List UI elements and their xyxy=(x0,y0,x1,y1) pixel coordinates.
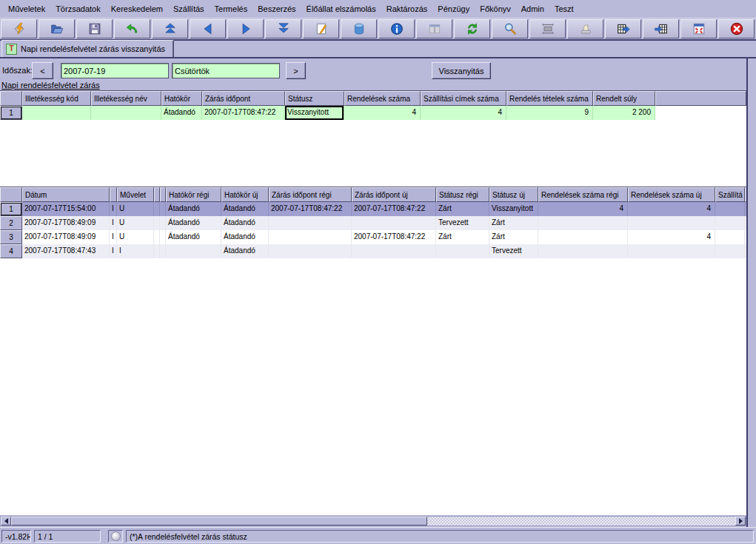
cell[interactable] xyxy=(538,216,628,230)
cell[interactable] xyxy=(715,202,745,216)
toolbar-resize-button[interactable] xyxy=(680,19,717,38)
next-day-button[interactable]: > xyxy=(286,62,306,79)
cell[interactable]: 9 xyxy=(506,106,593,120)
cell[interactable]: 2007-07-17T08:47:22 xyxy=(352,202,436,216)
column-header-zaras-idopont[interactable]: Zárás időpont xyxy=(202,91,285,106)
cell[interactable]: Zárt xyxy=(489,230,538,244)
column-header-rendelt-suly[interactable]: Rendelt súly xyxy=(593,91,655,106)
toolbar-print-preview-button[interactable] xyxy=(529,19,566,38)
cell[interactable]: U xyxy=(117,216,154,230)
column-header-rendelesek-szama-regi[interactable]: Rendelések száma régi xyxy=(538,187,628,202)
row-number[interactable]: 1 xyxy=(0,202,22,216)
cell[interactable]: Tervezett xyxy=(489,244,538,258)
column-header-blank[interactable] xyxy=(154,187,160,202)
toolbar-save-button[interactable] xyxy=(76,19,113,38)
toolbar-previous-record-button[interactable] xyxy=(190,19,226,38)
cell[interactable]: Átadandó xyxy=(221,244,269,258)
table-row[interactable]: 1Átadandó2007-07-17T08:47:22Visszanyitot… xyxy=(0,106,746,120)
cell[interactable] xyxy=(22,106,91,120)
menu-item-eloallat-elszamolas[interactable]: Élőállat elszámolás xyxy=(301,2,381,16)
cell[interactable] xyxy=(154,244,160,258)
cell[interactable]: Visszanyitott xyxy=(489,202,538,216)
table-row[interactable]: 22007-07-17T08:49:09IUÁtadandóÁtadandóTe… xyxy=(0,216,746,230)
column-header-statusz-uj[interactable]: Státusz új xyxy=(489,187,538,202)
menu-item-raktarozas[interactable]: Raktározás xyxy=(381,2,433,16)
cell[interactable]: 2007-07-17T08:47:22 xyxy=(269,202,352,216)
menu-item-termeles[interactable]: Termelés xyxy=(210,2,253,16)
cell[interactable]: U xyxy=(117,230,154,244)
cell[interactable]: Zárt xyxy=(436,230,489,244)
toolbar-exit-button[interactable] xyxy=(718,19,755,38)
scrollbar-thumb[interactable] xyxy=(11,517,427,525)
toolbar-import-button[interactable] xyxy=(643,19,679,38)
cell[interactable]: 4 xyxy=(538,202,628,216)
column-header-blank[interactable] xyxy=(110,187,117,202)
section-link[interactable]: Napi rendelésfelvétel zárás xyxy=(1,81,100,90)
cell[interactable] xyxy=(160,216,166,230)
column-header-illetekesseg-kod[interactable]: Illetékesség kód xyxy=(22,91,91,106)
menu-item-torzsadatok[interactable]: Törzsadatok xyxy=(50,2,106,16)
column-header-illetekesseg-nev[interactable]: Illetékesség név xyxy=(91,91,161,106)
cell[interactable]: 2007-07-17T08:47:22 xyxy=(352,230,436,244)
cell[interactable]: Átadandó xyxy=(166,230,221,244)
cell[interactable]: Átadandó xyxy=(161,106,202,120)
column-header-zaras-idopont-uj[interactable]: Zárás időpont új xyxy=(352,187,436,202)
cell[interactable] xyxy=(154,230,160,244)
toolbar-search-button[interactable] xyxy=(492,19,528,38)
cell[interactable] xyxy=(628,216,715,230)
cell[interactable] xyxy=(715,216,745,230)
toolbar-database-button[interactable] xyxy=(341,19,377,38)
cell[interactable] xyxy=(269,216,352,230)
cell[interactable]: U xyxy=(117,202,154,216)
cell[interactable]: Zárt xyxy=(436,202,489,216)
vertical-scrollbar[interactable] xyxy=(746,58,756,527)
column-header-rendelesek-szama-uj[interactable]: Rendelések száma új xyxy=(628,187,715,202)
menu-item-admin[interactable]: Admin xyxy=(516,2,549,16)
cell[interactable] xyxy=(352,244,436,258)
column-header-statusz-regi[interactable]: Státusz régi xyxy=(436,187,489,202)
cell[interactable]: Átadandó xyxy=(166,216,221,230)
cell[interactable] xyxy=(91,106,161,120)
cell[interactable] xyxy=(628,244,715,258)
cell[interactable]: 2007-07-17T08:49:09 xyxy=(22,216,110,230)
column-header-zaras-idopont-regi[interactable]: Zárás időpont régi xyxy=(269,187,352,202)
row-number[interactable]: 1 xyxy=(0,106,22,120)
toolbar-layout-button[interactable] xyxy=(416,19,452,38)
period-day-input[interactable] xyxy=(172,63,280,78)
cell[interactable]: I xyxy=(110,230,117,244)
menu-item-beszerzes[interactable]: Beszerzés xyxy=(252,2,301,16)
column-header-rendeles-tetelek-szama[interactable]: Rendelés tételek száma xyxy=(506,91,593,106)
cell[interactable] xyxy=(160,230,166,244)
column-header-hatokor[interactable]: Hatókör xyxy=(161,91,202,106)
row-number[interactable]: 2 xyxy=(0,216,22,230)
row-number[interactable]: 4 xyxy=(0,244,22,258)
table-row[interactable]: 12007-07-17T15:54:00IUÁtadandóÁtadandó20… xyxy=(0,202,746,216)
column-header-hatokor-uj[interactable]: Hatókör új xyxy=(221,187,269,202)
column-header-muvelet[interactable]: Művelet xyxy=(117,187,154,202)
cell[interactable]: 2007-07-17T08:47:22 xyxy=(202,106,285,120)
horizontal-scrollbar[interactable] xyxy=(0,516,746,526)
cell[interactable]: Átadandó xyxy=(166,202,221,216)
column-header-datum[interactable]: Dátum xyxy=(22,187,110,202)
period-date-input[interactable] xyxy=(61,63,169,78)
cell[interactable] xyxy=(538,230,628,244)
cell[interactable] xyxy=(538,244,628,258)
toolbar-execute-button[interactable] xyxy=(1,19,37,38)
cell[interactable]: 2007-07-17T08:47:43 xyxy=(22,244,110,258)
table-row[interactable]: 32007-07-17T08:49:09IUÁtadandóÁtadandó20… xyxy=(0,230,746,244)
cell[interactable]: Átadandó xyxy=(221,216,269,230)
toolbar-refresh-button[interactable] xyxy=(454,19,490,38)
toolbar-next-record-button[interactable] xyxy=(227,19,264,38)
table-row[interactable]: 42007-07-17T08:47:43IIÁtadandóTervezett xyxy=(0,244,746,258)
tab-napi-rendelesfelvetel-zaras-visszanyitas[interactable]: T Napi rendelésfelvétel zárás visszanyit… xyxy=(1,40,174,57)
column-header-szallitasi-cimek-szama[interactable]: Szállítási címek száma xyxy=(421,91,506,106)
cell[interactable]: 4 xyxy=(421,106,506,120)
toolbar-info-button[interactable] xyxy=(378,19,415,38)
menu-item-teszt[interactable]: Teszt xyxy=(549,2,579,16)
cell[interactable]: Visszanyitott xyxy=(285,106,344,120)
cell[interactable]: 4 xyxy=(344,106,421,120)
cell[interactable]: Átadandó xyxy=(221,202,269,216)
cell[interactable]: 4 xyxy=(628,202,715,216)
toolbar-last-record-button[interactable] xyxy=(265,19,301,38)
column-header-blank[interactable] xyxy=(160,187,166,202)
